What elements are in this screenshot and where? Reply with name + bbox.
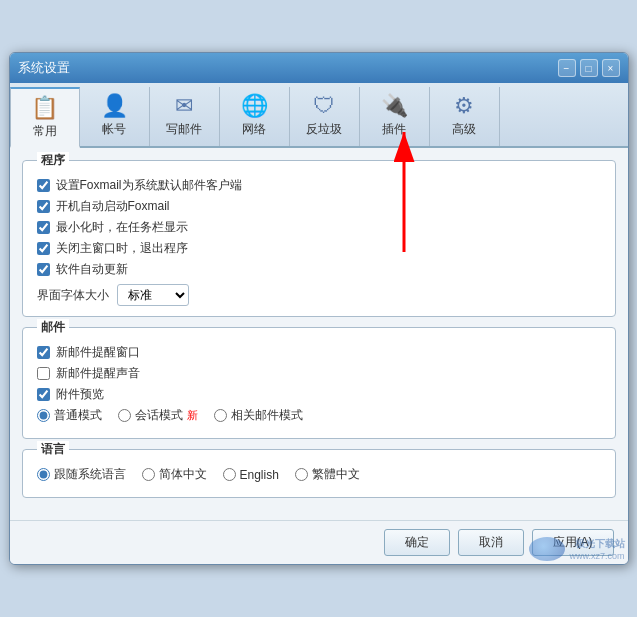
- radio-conversation[interactable]: [118, 409, 131, 422]
- radio-lang-traditional-label: 繁體中文: [312, 466, 360, 483]
- checkbox-row-5: 软件自动更新: [37, 261, 601, 278]
- general-icon: 📋: [31, 95, 58, 121]
- font-size-row: 界面字体大小 标准 大 小: [37, 284, 601, 306]
- tab-general[interactable]: 📋 常用: [10, 87, 80, 148]
- tab-plugins-label: 插件: [382, 121, 406, 138]
- lang-traditional[interactable]: 繁體中文: [295, 466, 360, 483]
- radio-lang-simplified-label: 简体中文: [159, 466, 207, 483]
- radio-normal-label: 普通模式: [54, 407, 102, 424]
- cancel-button[interactable]: 取消: [458, 529, 524, 556]
- font-size-select[interactable]: 标准 大 小: [117, 284, 189, 306]
- mail-section: 邮件 新邮件提醒窗口 新邮件提醒声音 附件预览: [22, 327, 616, 439]
- checkbox-autoupdate[interactable]: [37, 263, 50, 276]
- tab-network[interactable]: 🌐 网络: [220, 87, 290, 146]
- radio-related-label: 相关邮件模式: [231, 407, 303, 424]
- checkbox-default-client[interactable]: [37, 179, 50, 192]
- checkbox-attachment-preview[interactable]: [37, 388, 50, 401]
- watermark: 极光下载站 www.xz7.com: [529, 537, 624, 561]
- radio-lang-simplified[interactable]: [142, 468, 155, 481]
- radio-related[interactable]: [214, 409, 227, 422]
- advanced-icon: ⚙: [454, 93, 474, 119]
- mail-checkbox-row-1: 新邮件提醒窗口: [37, 344, 601, 361]
- tab-compose[interactable]: ✉ 写邮件: [150, 87, 220, 146]
- radio-lang-system-label: 跟随系统语言: [54, 466, 126, 483]
- view-mode-normal[interactable]: 普通模式: [37, 407, 102, 424]
- tab-network-label: 网络: [242, 121, 266, 138]
- checkbox-minimize-label: 最小化时，在任务栏显示: [56, 219, 188, 236]
- checkbox-minimize[interactable]: [37, 221, 50, 234]
- checkbox-autostart[interactable]: [37, 200, 50, 213]
- font-size-label: 界面字体大小: [37, 287, 109, 304]
- lang-simplified[interactable]: 简体中文: [142, 466, 207, 483]
- mail-section-title: 邮件: [37, 319, 69, 336]
- tab-antispam[interactable]: 🛡 反垃圾: [290, 87, 360, 146]
- radio-conversation-label: 会话模式: [135, 407, 183, 424]
- lang-english[interactable]: English: [223, 468, 279, 482]
- checkbox-autoupdate-label: 软件自动更新: [56, 261, 128, 278]
- checkbox-notify-sound-label: 新邮件提醒声音: [56, 365, 140, 382]
- checkbox-close-exit[interactable]: [37, 242, 50, 255]
- tab-bar: 📋 常用 👤 帐号 ✉ 写邮件 🌐 网络 🛡 反垃圾 🔌 插件: [10, 83, 628, 148]
- program-section-title: 程序: [37, 152, 69, 169]
- tab-compose-label: 写邮件: [166, 121, 202, 138]
- radio-lang-system[interactable]: [37, 468, 50, 481]
- tab-account[interactable]: 👤 帐号: [80, 87, 150, 146]
- new-badge: 新: [187, 408, 198, 423]
- tab-account-label: 帐号: [102, 121, 126, 138]
- watermark-site: 极光下载站: [569, 537, 624, 551]
- content-area: 程序 设置Foxmail为系统默认邮件客户端 开机自动启动Foxmail 最小化…: [10, 148, 628, 520]
- tab-antispam-label: 反垃圾: [306, 121, 342, 138]
- checkbox-default-client-label: 设置Foxmail为系统默认邮件客户端: [56, 177, 242, 194]
- plugins-icon: 🔌: [381, 93, 408, 119]
- network-icon: 🌐: [241, 93, 268, 119]
- view-mode-related[interactable]: 相关邮件模式: [214, 407, 303, 424]
- tab-general-label: 常用: [33, 123, 57, 140]
- checkbox-notify-window[interactable]: [37, 346, 50, 359]
- checkbox-notify-sound[interactable]: [37, 367, 50, 380]
- radio-normal[interactable]: [37, 409, 50, 422]
- account-icon: 👤: [101, 93, 128, 119]
- mail-checkbox-row-3: 附件预览: [37, 386, 601, 403]
- checkbox-autostart-label: 开机自动启动Foxmail: [56, 198, 170, 215]
- radio-lang-english-label: English: [240, 468, 279, 482]
- tab-advanced-label: 高级: [452, 121, 476, 138]
- close-button[interactable]: ×: [602, 59, 620, 77]
- minimize-button[interactable]: −: [558, 59, 576, 77]
- window-title: 系统设置: [18, 59, 70, 77]
- title-bar: 系统设置 − □ ×: [10, 53, 628, 83]
- language-row: 跟随系统语言 简体中文 English 繁體中文: [37, 466, 601, 483]
- checkbox-close-exit-label: 关闭主窗口时，退出程序: [56, 240, 188, 257]
- checkbox-row-1: 设置Foxmail为系统默认邮件客户端: [37, 177, 601, 194]
- view-mode-conversation[interactable]: 会话模式 新: [118, 407, 198, 424]
- compose-icon: ✉: [175, 93, 193, 119]
- checkbox-row-3: 最小化时，在任务栏显示: [37, 219, 601, 236]
- lang-system[interactable]: 跟随系统语言: [37, 466, 126, 483]
- antispam-icon: 🛡: [313, 93, 335, 119]
- checkbox-notify-window-label: 新邮件提醒窗口: [56, 344, 140, 361]
- window-controls: − □ ×: [558, 59, 620, 77]
- watermark-url: www.xz7.com: [569, 551, 624, 561]
- program-section: 程序 设置Foxmail为系统默认邮件客户端 开机自动启动Foxmail 最小化…: [22, 160, 616, 317]
- radio-lang-traditional[interactable]: [295, 468, 308, 481]
- checkbox-attachment-preview-label: 附件预览: [56, 386, 104, 403]
- maximize-button[interactable]: □: [580, 59, 598, 77]
- radio-lang-english[interactable]: [223, 468, 236, 481]
- tab-plugins[interactable]: 🔌 插件: [360, 87, 430, 146]
- tab-advanced[interactable]: ⚙ 高级: [430, 87, 500, 146]
- mail-checkbox-row-2: 新邮件提醒声音: [37, 365, 601, 382]
- language-section-title: 语言: [37, 441, 69, 458]
- checkbox-row-2: 开机自动启动Foxmail: [37, 198, 601, 215]
- ok-button[interactable]: 确定: [384, 529, 450, 556]
- language-section: 语言 跟随系统语言 简体中文 English: [22, 449, 616, 498]
- checkbox-row-4: 关闭主窗口时，退出程序: [37, 240, 601, 257]
- view-mode-row: 普通模式 会话模式 新 相关邮件模式: [37, 407, 601, 424]
